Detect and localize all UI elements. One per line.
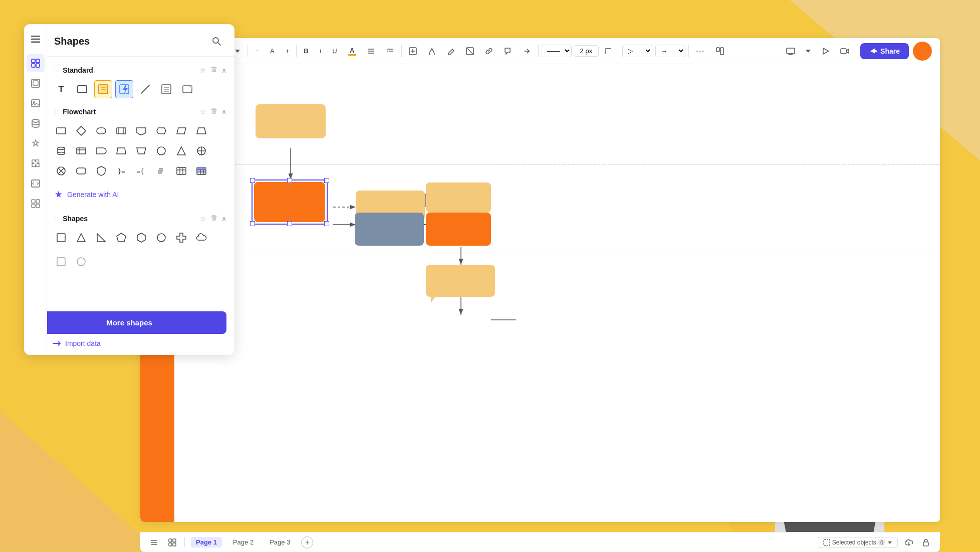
- fc-table2[interactable]: [192, 162, 210, 180]
- sidebar-frame-icon[interactable]: [27, 74, 45, 92]
- sidebar-hamburger-icon[interactable]: [27, 30, 45, 48]
- list-view-button[interactable]: [148, 537, 160, 547]
- delete-standard-button[interactable]: [210, 66, 217, 74]
- sel-handle-bl[interactable]: [250, 221, 255, 226]
- delete-flowchart-button[interactable]: [210, 107, 217, 116]
- bs-pentagon[interactable]: [112, 229, 130, 247]
- align-button[interactable]: [363, 45, 379, 57]
- text-shape[interactable]: T: [52, 80, 70, 98]
- arrow-end-select[interactable]: ▷: [622, 45, 652, 57]
- fc-terminator[interactable]: [92, 122, 110, 140]
- fc-document[interactable]: [132, 122, 150, 140]
- fc-box-top-right-1[interactable]: [426, 182, 491, 213]
- line-angle-button[interactable]: [601, 46, 616, 57]
- stroke-color-button[interactable]: [443, 45, 459, 57]
- bs-cloud[interactable]: [192, 229, 210, 247]
- sidebar-puzzle-icon[interactable]: [27, 154, 45, 172]
- fc-shield[interactable]: [92, 162, 110, 180]
- page-tab-3[interactable]: Page 3: [265, 537, 295, 547]
- fc-trapezoid2[interactable]: [132, 142, 150, 160]
- search-button[interactable]: [208, 33, 224, 49]
- fc-or[interactable]: }=: [112, 162, 130, 180]
- bs-right-triangle[interactable]: [92, 229, 110, 247]
- indent-button[interactable]: [382, 45, 398, 57]
- sticky-note-shape[interactable]: [94, 80, 112, 98]
- play-button[interactable]: [818, 45, 833, 58]
- generate-ai-button[interactable]: Generate with AI: [52, 186, 121, 203]
- fc-data[interactable]: [172, 122, 190, 140]
- fc-predefined[interactable]: [152, 122, 170, 140]
- more-options-button[interactable]: ···: [692, 44, 709, 58]
- fc-box-gray[interactable]: [355, 213, 424, 246]
- line-width-input[interactable]: [574, 45, 599, 57]
- card-shape[interactable]: [178, 80, 196, 98]
- bs-triangle[interactable]: [72, 229, 90, 247]
- sidebar-data-icon[interactable]: [27, 114, 45, 132]
- bs-square[interactable]: [52, 229, 70, 247]
- fc-circle[interactable]: [152, 142, 170, 160]
- share-button[interactable]: Share: [860, 43, 909, 59]
- sidebar-shapes-icon[interactable]: [27, 54, 45, 72]
- fc-summing[interactable]: ={: [132, 162, 150, 180]
- fc-decision[interactable]: [72, 122, 90, 140]
- sidebar-plugin-icon[interactable]: [27, 134, 45, 152]
- collapse-flowchart-button[interactable]: ∧: [221, 108, 226, 116]
- fc-x-circle[interactable]: [52, 162, 70, 180]
- favorite-standard-button[interactable]: ☆: [200, 66, 206, 74]
- present-mode-button[interactable]: [783, 45, 798, 58]
- selected-objects-button[interactable]: Selected objects 0: [818, 537, 898, 548]
- fc-process[interactable]: [52, 122, 70, 140]
- fc-delay[interactable]: [92, 142, 110, 160]
- fc-subprocess[interactable]: [112, 122, 130, 140]
- insert-shape-button[interactable]: [405, 45, 421, 57]
- sidebar-apps-icon[interactable]: [27, 195, 45, 213]
- fc-box-start[interactable]: [256, 104, 326, 138]
- bold-button[interactable]: B: [300, 45, 312, 57]
- fc-list-left[interactable]: [152, 162, 170, 180]
- add-page-button[interactable]: +: [301, 536, 313, 548]
- rectangle-shape[interactable]: [73, 80, 91, 98]
- grid-view-button[interactable]: [166, 537, 178, 547]
- page-tab-1[interactable]: Page 1: [191, 537, 222, 547]
- save-to-cloud-button[interactable]: [903, 537, 915, 547]
- fc-box-orange-right[interactable]: [426, 213, 491, 246]
- font-size-value[interactable]: A: [266, 45, 279, 57]
- tooltip-button[interactable]: [500, 45, 516, 57]
- sel-handle-br[interactable]: [324, 221, 329, 226]
- arrow-style-select[interactable]: →: [655, 45, 685, 57]
- sidebar-image-icon[interactable]: [27, 94, 45, 112]
- sidebar-embed-icon[interactable]: [27, 174, 45, 193]
- fc-cross[interactable]: [192, 142, 210, 160]
- fc-trapezoid[interactable]: [192, 122, 210, 140]
- bs-circle[interactable]: [152, 229, 170, 247]
- fc-manual[interactable]: [112, 142, 130, 160]
- line-style-select[interactable]: —— - - -: [542, 45, 572, 57]
- list-shape[interactable]: [157, 80, 175, 98]
- bs-hexagon[interactable]: [132, 229, 150, 247]
- fc-box-selected-orange[interactable]: [254, 182, 325, 222]
- more-shapes-button[interactable]: More shapes: [32, 311, 226, 334]
- delete-shapes-button[interactable]: [210, 214, 217, 223]
- font-size-increase[interactable]: +: [282, 45, 294, 57]
- sel-handle-tr[interactable]: [324, 178, 329, 183]
- format-panel-button[interactable]: [712, 45, 728, 57]
- collapse-shapes-button[interactable]: ∧: [221, 215, 226, 223]
- user-avatar[interactable]: [913, 42, 932, 61]
- line-shape[interactable]: [136, 80, 154, 98]
- extra-button[interactable]: [519, 45, 535, 57]
- favorite-flowchart-button[interactable]: ☆: [200, 108, 206, 116]
- underline-button[interactable]: U: [328, 45, 341, 57]
- lock-button[interactable]: [920, 537, 932, 547]
- fc-internal-storage[interactable]: [72, 142, 90, 160]
- page-tab-2[interactable]: Page 2: [228, 537, 259, 547]
- italic-button[interactable]: I: [316, 45, 326, 57]
- present-dropdown[interactable]: [802, 46, 814, 56]
- link-button[interactable]: [481, 45, 497, 57]
- fc-table1[interactable]: [172, 162, 190, 180]
- fc-rounded-rect[interactable]: [72, 162, 90, 180]
- lightning-shape[interactable]: [115, 80, 133, 98]
- bs-cross[interactable]: [172, 229, 190, 247]
- import-data-button[interactable]: Import data: [24, 334, 234, 355]
- collapse-standard-button[interactable]: ∧: [221, 66, 226, 74]
- opacity-button[interactable]: [462, 45, 478, 57]
